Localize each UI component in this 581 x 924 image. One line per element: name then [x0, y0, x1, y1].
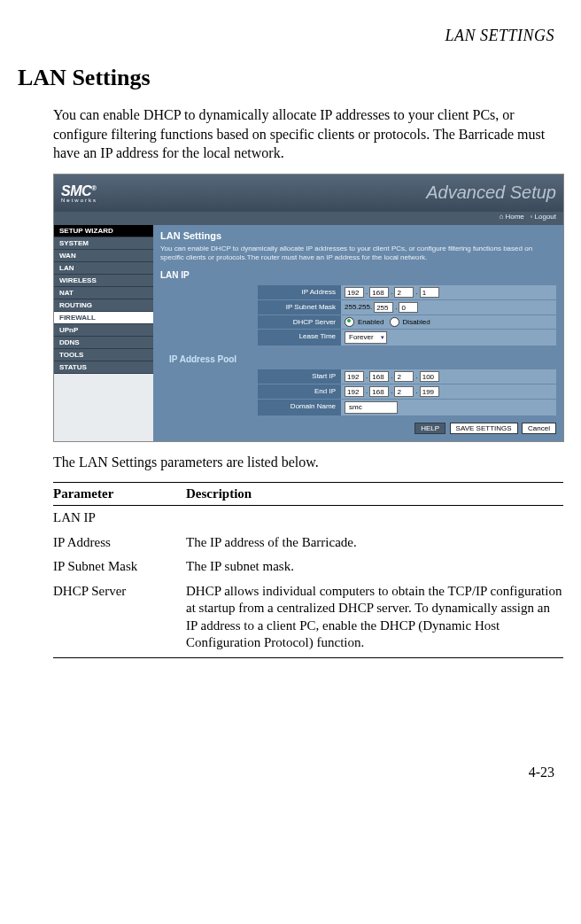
- end-ip-row: End IP 192. 168. 2. 199: [258, 384, 556, 399]
- domain-row: Domain Name smc: [258, 400, 556, 415]
- end-ip-2[interactable]: 168: [369, 386, 389, 397]
- intro-paragraph: You can enable DHCP to dynamically alloc…: [53, 105, 554, 163]
- help-button[interactable]: HELP: [414, 423, 445, 434]
- cancel-button[interactable]: Cancel: [522, 423, 556, 434]
- param-cell: LAN IP: [53, 506, 186, 531]
- start-ip-4[interactable]: 100: [420, 371, 439, 382]
- nav-wan[interactable]: WAN: [54, 250, 153, 262]
- lease-label: Lease Time: [258, 330, 341, 346]
- ip-pool-heading: IP Address Pool: [169, 354, 556, 364]
- table-caption: The LAN Settings parameters are listed b…: [53, 453, 554, 472]
- subnet-octet-4[interactable]: 0: [399, 302, 418, 313]
- desc-cell: DHCP allows individual computers to obta…: [186, 579, 563, 658]
- subnet-label: IP Subnet Mask: [258, 300, 341, 314]
- nav-nat[interactable]: NAT: [54, 287, 153, 299]
- desc-cell: The IP subnet mask.: [186, 555, 563, 579]
- subnet-octet-3[interactable]: 255: [374, 302, 393, 313]
- table-row: LAN IP: [53, 506, 563, 531]
- dhcp-enabled-radio[interactable]: [345, 317, 354, 327]
- logout-link[interactable]: Logout: [535, 213, 556, 221]
- nav-status[interactable]: STATUS: [54, 361, 153, 374]
- dhcp-row: DHCP Server Enabled Disabled: [258, 315, 556, 329]
- save-settings-button[interactable]: SAVE SETTINGS: [450, 423, 518, 434]
- start-ip-2[interactable]: 168: [369, 371, 389, 382]
- lease-select[interactable]: Forever: [345, 331, 387, 344]
- table-row: DHCP Server DHCP allows individual compu…: [53, 579, 563, 658]
- th-parameter: Parameter: [53, 483, 186, 506]
- ip-address-label: IP Address: [258, 285, 341, 299]
- table-row: IP Subnet Mask The IP subnet mask.: [53, 555, 563, 579]
- nav-tools[interactable]: TOOLS: [54, 349, 153, 361]
- nav-wireless[interactable]: WIRELESS: [54, 275, 153, 287]
- page-number: 4-23: [18, 765, 554, 780]
- start-ip-3[interactable]: 2: [394, 371, 414, 382]
- domain-input[interactable]: smc: [345, 401, 398, 414]
- nav-setup-wizard[interactable]: SETUP WIZARD: [54, 225, 153, 237]
- ip-octet-3[interactable]: 2: [394, 287, 414, 298]
- end-ip-3[interactable]: 2: [394, 386, 414, 397]
- nav-upnp[interactable]: UPnP: [54, 324, 153, 337]
- advanced-setup-title: Advanced Setup: [426, 182, 556, 203]
- ip-octet-2[interactable]: 168: [369, 287, 389, 298]
- table-row: IP Address The IP address of the Barrica…: [53, 531, 563, 555]
- main-panel: LAN Settings You can enable DHCP to dyna…: [153, 225, 563, 441]
- action-buttons: HELP SAVE SETTINGS Cancel: [160, 423, 556, 434]
- dhcp-disabled-label: Disabled: [403, 318, 430, 326]
- subnet-fixed: 255.255.: [345, 303, 372, 311]
- param-cell: IP Address: [53, 531, 186, 555]
- domain-label: Domain Name: [258, 400, 341, 415]
- desc-cell: The IP address of the Barricade.: [186, 531, 563, 555]
- end-ip-4[interactable]: 199: [420, 386, 439, 397]
- panel-description: You can enable DHCP to dynamically alloc…: [160, 245, 556, 263]
- desc-cell: [186, 506, 563, 531]
- dhcp-disabled-radio[interactable]: [390, 317, 399, 327]
- start-ip-row: Start IP 192. 168. 2. 100: [258, 369, 556, 384]
- end-ip-label: End IP: [258, 384, 341, 399]
- param-cell: IP Subnet Mask: [53, 555, 186, 579]
- ip-octet-4[interactable]: 1: [420, 287, 439, 298]
- router-screenshot: SMC® Networks Advanced Setup ⌂ Home ◦ Lo…: [53, 174, 564, 442]
- ip-octet-1[interactable]: 192: [345, 287, 364, 298]
- th-description: Description: [186, 483, 563, 506]
- lease-row: Lease Time Forever: [258, 330, 556, 346]
- dhcp-label: DHCP Server: [258, 315, 341, 329]
- start-ip-1[interactable]: 192: [345, 371, 364, 382]
- lan-ip-heading: LAN IP: [160, 270, 556, 280]
- home-link[interactable]: Home: [505, 213, 523, 221]
- section-title: LAN Settings: [18, 65, 554, 91]
- nav-lan[interactable]: LAN: [54, 262, 153, 275]
- nav-ddns[interactable]: DDNS: [54, 337, 153, 349]
- dhcp-enabled-label: Enabled: [358, 318, 383, 326]
- end-ip-1[interactable]: 192: [345, 386, 364, 397]
- start-ip-label: Start IP: [258, 369, 341, 384]
- subnet-row: IP Subnet Mask 255.255. 255. 0: [258, 300, 556, 314]
- running-header: LAN SETTINGS: [18, 27, 554, 45]
- ip-address-row: IP Address 192. 168. 2. 1: [258, 285, 556, 299]
- panel-heading: LAN Settings: [160, 230, 556, 241]
- nav-system[interactable]: SYSTEM: [54, 237, 153, 250]
- brand-logo: SMC® Networks: [61, 183, 97, 203]
- nav-routing[interactable]: ROUTING: [54, 299, 153, 312]
- parameter-table: Parameter Description LAN IP IP Address …: [53, 482, 563, 658]
- screenshot-header-bar: SMC® Networks Advanced Setup: [54, 175, 563, 212]
- top-links: ⌂ Home ◦ Logout: [54, 212, 563, 225]
- param-cell: DHCP Server: [53, 579, 186, 658]
- nav-firewall[interactable]: FIREWALL: [54, 312, 153, 324]
- sidebar-nav: SETUP WIZARD SYSTEM WAN LAN WIRELESS NAT…: [54, 225, 153, 441]
